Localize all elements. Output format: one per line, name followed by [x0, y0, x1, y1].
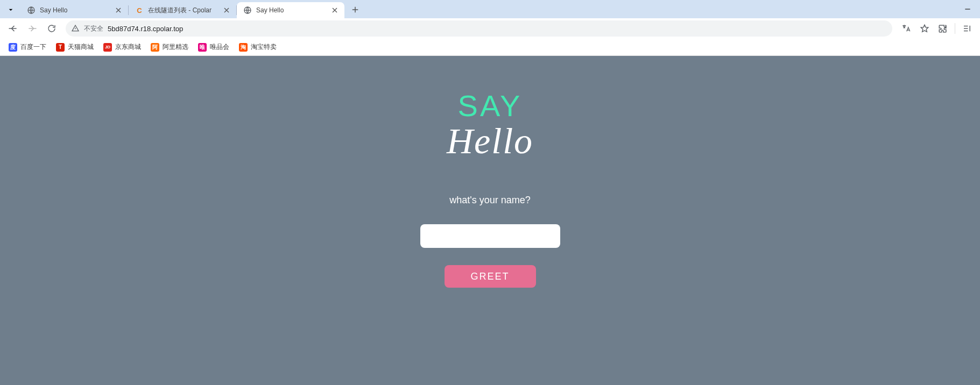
close-icon [222, 6, 231, 15]
tab-3-active[interactable]: Say Hello [237, 2, 344, 18]
heading-hello: Hello [447, 120, 533, 162]
tmall-icon: T [56, 43, 65, 52]
taobao-icon: 淘 [239, 43, 248, 52]
page-content: SAY Hello what's your name? GREET [0, 56, 980, 385]
chevron-down-icon [6, 5, 15, 14]
baidu-icon: 度 [9, 43, 17, 52]
arrow-left-icon [8, 23, 18, 34]
tab-close-button[interactable] [330, 6, 339, 15]
reading-list-button[interactable] [958, 20, 976, 37]
greet-button[interactable]: GREET [445, 265, 536, 288]
forward-button[interactable] [24, 20, 41, 37]
bookmark-vip[interactable]: 唯 唯品会 [194, 40, 234, 54]
reload-button[interactable] [43, 20, 60, 37]
ali-icon: 阿 [151, 43, 159, 52]
tab-1[interactable]: Say Hello [20, 2, 128, 18]
globe-icon [243, 6, 252, 15]
window-controls [955, 0, 980, 18]
url-text: 5bd87d74.r18.cpolar.top [108, 25, 183, 33]
bookmark-taobao[interactable]: 淘 淘宝特卖 [235, 40, 281, 54]
minimize-button[interactable] [955, 0, 980, 18]
globe-icon [27, 6, 36, 15]
close-icon [330, 6, 339, 15]
new-tab-button[interactable] [348, 2, 363, 17]
bookmark-label: 百度一下 [20, 42, 46, 52]
bookmarks-bar: 度 百度一下 T 天猫商城 JD 京东商城 阿 阿里精选 唯 唯品会 淘 淘宝特… [0, 39, 980, 56]
tab-strip: Say Hello C 在线隧道列表 - Cpolar Say Hello [0, 0, 980, 18]
puzzle-icon [938, 24, 948, 33]
bookmark-star-button[interactable] [916, 20, 933, 37]
plus-icon [350, 5, 360, 15]
back-button[interactable] [4, 20, 22, 37]
translate-button[interactable] [898, 20, 915, 37]
star-icon [920, 24, 929, 33]
bookmark-label: 阿里精选 [163, 42, 188, 52]
tab-title: Say Hello [256, 6, 327, 14]
tab-2[interactable]: C 在线隧道列表 - Cpolar [129, 2, 236, 18]
address-bar[interactable]: 不安全 5bd87d74.r18.cpolar.top [66, 20, 892, 37]
reload-icon [47, 24, 57, 33]
tab-title: 在线隧道列表 - Cpolar [148, 6, 219, 15]
bookmark-label: 京东商城 [115, 42, 141, 52]
tab-search-dropdown[interactable] [4, 3, 17, 16]
bookmark-label: 唯品会 [210, 42, 229, 52]
bookmark-baidu[interactable]: 度 百度一下 [4, 40, 51, 54]
tab-close-button[interactable] [222, 6, 231, 15]
arrow-right-icon [27, 23, 38, 34]
translate-icon [901, 24, 911, 33]
name-input[interactable] [420, 224, 560, 248]
security-label: 不安全 [84, 24, 103, 33]
heading-say: SAY [458, 88, 523, 123]
jd-icon: JD [103, 43, 112, 52]
vipshop-icon: 唯 [198, 43, 207, 52]
tab-close-button[interactable] [114, 6, 123, 15]
toolbar-separator [955, 23, 955, 34]
close-icon [114, 6, 123, 15]
name-prompt: what's your name? [449, 195, 531, 206]
toolbar: 不安全 5bd87d74.r18.cpolar.top [0, 18, 980, 39]
minimize-icon [963, 5, 972, 13]
tab-title: Say Hello [40, 6, 111, 14]
bookmark-tmall[interactable]: T 天猫商城 [52, 40, 98, 54]
cpolar-favicon: C [135, 6, 144, 15]
bookmark-jd[interactable]: JD 京东商城 [99, 40, 145, 54]
bookmark-label: 天猫商城 [68, 42, 94, 52]
not-secure-icon [71, 24, 80, 33]
bookmark-label: 淘宝特卖 [251, 42, 277, 52]
sidepanel-icon [962, 24, 972, 33]
bookmark-ali[interactable]: 阿 阿里精选 [146, 40, 193, 54]
extensions-button[interactable] [934, 20, 951, 37]
